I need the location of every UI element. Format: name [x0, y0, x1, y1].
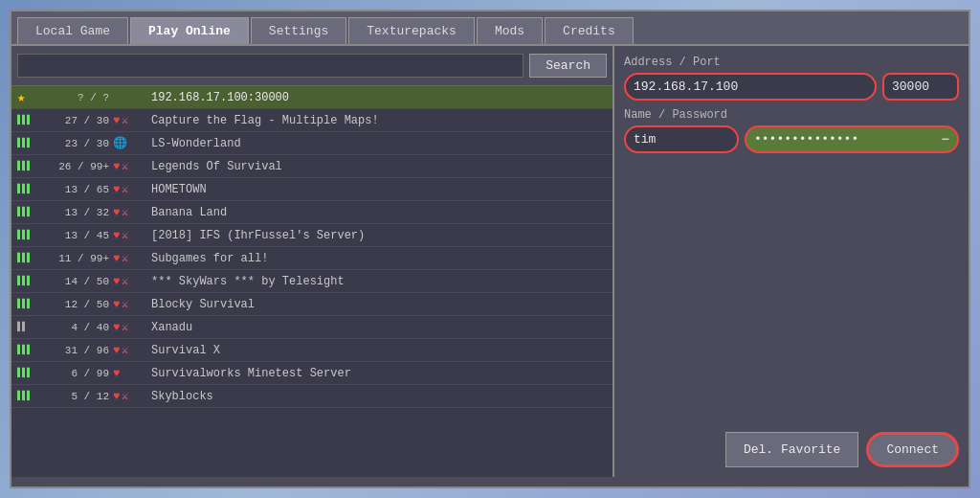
- row-icons: ♥ ⚔: [113, 114, 147, 127]
- password-input[interactable]: [752, 127, 940, 151]
- server-name: Subgames for all!: [151, 252, 607, 265]
- server-name: Legends Of Survival: [151, 160, 607, 173]
- globe-icon: 🌐: [113, 136, 127, 150]
- signal-icon: ▌▌▌: [17, 230, 48, 240]
- table-row[interactable]: ▌▌▌ 13 / 45 ♥ ⚔ [2018] IFS (IhrFussel's …: [11, 224, 612, 247]
- table-row[interactable]: ▌▌▌ 11 / 99+ ♥ ⚔ Subgames for all!: [11, 247, 612, 270]
- address-label: Address / Port: [624, 56, 959, 69]
- players-count: 27 / 30: [52, 115, 109, 126]
- heart-icon: ♥: [113, 321, 120, 334]
- tab-credits[interactable]: Credits: [545, 17, 634, 44]
- server-list[interactable]: ★ ? / ? 192.168.17.100:30000 ▌▌▌ 27 / 30…: [11, 86, 612, 477]
- del-favorite-button[interactable]: Del. Favorite: [725, 432, 858, 467]
- server-address: 192.168.17.100:30000: [151, 91, 607, 104]
- server-name: Capture the Flag - Multiple Maps!: [151, 114, 607, 127]
- signal-icon: ▌▌▌: [17, 115, 48, 125]
- row-icons: ♥ ⚔: [113, 298, 147, 311]
- pvp-icon: ⚔: [122, 252, 128, 264]
- row-icons: ♥ ⚔: [113, 206, 147, 219]
- port-input[interactable]: [882, 73, 959, 101]
- pvp-icon: ⚔: [122, 206, 128, 218]
- address-input[interactable]: [624, 73, 877, 101]
- heart-icon: ♥: [113, 183, 120, 196]
- row-icons: ♥ ⚔: [113, 183, 147, 196]
- signal-icon: ▌▌▌: [17, 345, 48, 355]
- row-icons: ♥ ⚔: [113, 252, 147, 265]
- tab-mods[interactable]: Mods: [477, 17, 543, 44]
- server-name: *** SkyWars *** by Telesight: [151, 275, 607, 288]
- players-count: 5 / 12: [52, 391, 109, 402]
- name-password-row: −: [624, 125, 959, 153]
- players-count: 12 / 50: [52, 299, 109, 310]
- players-count: 13 / 32: [52, 207, 109, 218]
- signal-icon: ▌▌▌: [17, 138, 48, 148]
- left-panel: Search ★ ? / ? 192.168.17.100:30000 ▌▌▌ …: [11, 46, 614, 477]
- signal-icon: ▌▌: [17, 322, 48, 332]
- password-wrap: −: [745, 125, 959, 153]
- players-count: 13 / 45: [52, 230, 109, 241]
- players-count: 31 / 96: [52, 345, 109, 356]
- table-row[interactable]: ▌▌▌ 12 / 50 ♥ ⚔ Blocky Survival: [11, 293, 612, 316]
- name-password-label: Name / Password: [624, 108, 959, 122]
- signal-icon: ▌▌▌: [17, 368, 48, 378]
- heart-icon: ♥: [113, 298, 120, 311]
- tab-settings[interactable]: Settings: [251, 17, 346, 44]
- content-area: Search ★ ? / ? 192.168.17.100:30000 ▌▌▌ …: [11, 46, 969, 477]
- heart-icon: ♥: [113, 206, 120, 219]
- heart-icon: ♥: [113, 344, 120, 357]
- signal-icon: ▌▌▌: [17, 391, 48, 401]
- server-name: Xanadu: [151, 321, 607, 334]
- table-row[interactable]: ▌▌ 4 / 40 ♥ ⚔ Xanadu: [11, 316, 612, 339]
- tab-play-online[interactable]: Play Online: [130, 17, 249, 44]
- pvp-icon: ⚔: [122, 160, 128, 172]
- connect-button[interactable]: Connect: [866, 432, 959, 467]
- table-row[interactable]: ▌▌▌ 23 / 30 🌐 LS-Wonderland: [11, 132, 612, 155]
- password-minus-button[interactable]: −: [940, 132, 951, 147]
- table-row[interactable]: ▌▌▌ 13 / 65 ♥ ⚔ HOMETOWN: [11, 178, 612, 201]
- tab-local-game[interactable]: Local Game: [17, 17, 128, 44]
- table-row[interactable]: ▌▌▌ 31 / 96 ♥ ⚔ Survival X: [11, 339, 612, 362]
- table-row[interactable]: ▌▌▌ 6 / 99 ♥ Survivalworks Minetest Serv…: [11, 362, 612, 385]
- heart-icon: ♥: [113, 275, 120, 288]
- pvp-icon: ⚔: [122, 390, 128, 402]
- row-icons: ♥: [113, 367, 147, 380]
- search-button[interactable]: Search: [529, 54, 607, 78]
- players-count: 11 / 99+: [52, 253, 109, 264]
- table-row[interactable]: ▌▌▌ 5 / 12 ♥ ⚔ Skyblocks: [11, 385, 612, 408]
- row-icons: ♥ ⚔: [113, 160, 147, 173]
- signal-icon: ▌▌▌: [17, 207, 48, 217]
- pvp-icon: ⚔: [122, 344, 128, 356]
- players-count: 6 / 99: [52, 368, 109, 379]
- heart-icon: ♥: [113, 367, 120, 380]
- server-name: Survival X: [151, 344, 607, 357]
- signal-icon: ▌▌▌: [17, 253, 48, 263]
- server-name: Banana Land: [151, 206, 607, 219]
- pvp-icon: ⚔: [122, 275, 128, 287]
- heart-icon: ♥: [113, 114, 120, 127]
- heart-icon: ♥: [113, 390, 120, 403]
- star-icon: ★: [17, 89, 48, 105]
- table-row[interactable]: ▌▌▌ 27 / 30 ♥ ⚔ Capture the Flag - Multi…: [11, 109, 612, 132]
- heart-icon: ♥: [113, 252, 120, 265]
- row-icons: ♥ ⚔: [113, 390, 147, 403]
- signal-icon: ▌▌▌: [17, 276, 48, 286]
- row-icons: ♥ ⚔: [113, 229, 147, 242]
- table-row[interactable]: ▌▌▌ 26 / 99+ ♥ ⚔ Legends Of Survival: [11, 155, 612, 178]
- table-row[interactable]: ▌▌▌ 14 / 50 ♥ ⚔ *** SkyWars *** by Teles…: [11, 270, 612, 293]
- server-name: Skyblocks: [151, 390, 607, 403]
- server-name: [2018] IFS (IhrFussel's Server): [151, 229, 607, 242]
- table-row[interactable]: ▌▌▌ 13 / 32 ♥ ⚔ Banana Land: [11, 201, 612, 224]
- tab-texturepacks[interactable]: Texturepacks: [348, 17, 475, 44]
- table-row[interactable]: ★ ? / ? 192.168.17.100:30000: [11, 86, 612, 109]
- row-icons: ♥ ⚔: [113, 344, 147, 357]
- server-name: HOMETOWN: [151, 183, 607, 196]
- heart-icon: ♥: [113, 160, 120, 173]
- right-panel: Address / Port Name / Password −: [614, 46, 969, 477]
- tab-bar: Local Game Play Online Settings Texturep…: [11, 11, 969, 46]
- signal-icon: ▌▌▌: [17, 184, 48, 194]
- search-input[interactable]: [17, 54, 523, 78]
- players-count: 26 / 99+: [52, 161, 109, 172]
- row-icons: ♥ ⚔: [113, 275, 147, 288]
- name-input[interactable]: [624, 125, 739, 153]
- spacer: [624, 161, 959, 424]
